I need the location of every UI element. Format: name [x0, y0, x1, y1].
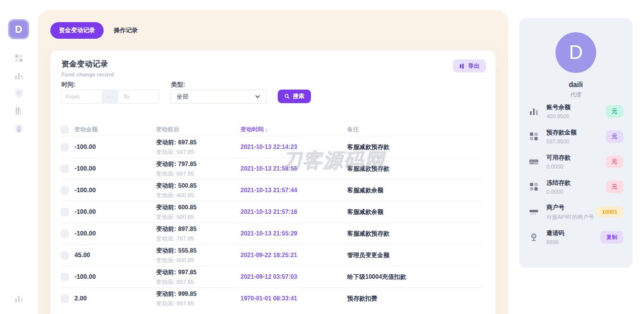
- profile-panel: D daili 代理 账号余额 400.8500 元 预存款金额 597.850…: [519, 18, 632, 268]
- date-from-input[interactable]: [60, 90, 102, 104]
- after-value: 897.85: [177, 279, 194, 285]
- cell-change-time: 1970-01-01 08:33:41: [240, 295, 347, 302]
- stat-value: 597.8500: [546, 138, 577, 144]
- row-checkbox[interactable]: [60, 208, 69, 216]
- stat-badge: 元: [606, 105, 623, 118]
- before-prefix: 变动前:: [156, 247, 176, 254]
- sidebar-nav: [0, 53, 38, 134]
- shield-user-icon[interactable]: [14, 123, 24, 134]
- bar-chart-icon: [528, 106, 539, 117]
- row-checkbox[interactable]: [60, 186, 69, 195]
- stat-badge[interactable]: 复制: [600, 231, 623, 244]
- date-range-separator: ···: [102, 90, 118, 104]
- header-change-time-sort[interactable]: 变动时间↓: [240, 126, 347, 133]
- grid-icon[interactable]: [14, 53, 24, 63]
- cell-change-time: 2021-10-13 21:58:56: [240, 165, 347, 172]
- before-value: 600.85: [178, 204, 197, 211]
- avatar-letter: D: [569, 42, 583, 63]
- search-button[interactable]: 搜索: [278, 90, 311, 103]
- sidebar-bottom: [0, 293, 38, 304]
- search-icon: [284, 94, 290, 99]
- export-button[interactable]: 导出: [453, 59, 486, 72]
- tab-bar: 资金变动记录 操作记录: [50, 22, 138, 39]
- cell-amount: -100.00: [74, 208, 156, 215]
- credit-card-icon: [528, 156, 539, 167]
- table-row: 45.00 变动前:555.85 变动后:600.85 2021-09-22 1…: [60, 244, 483, 266]
- cell-before-after: 变动前:997.85 变动后:897.85: [156, 268, 240, 286]
- cell-amount: 2.00: [74, 295, 156, 302]
- app-logo-letter: D: [15, 24, 22, 35]
- row-checkbox[interactable]: [60, 251, 69, 260]
- before-prefix: 变动前:: [156, 204, 176, 211]
- after-prefix: 变动后:: [156, 279, 175, 285]
- before-prefix: 变动前:: [156, 139, 176, 146]
- after-value: 400.85: [177, 192, 194, 198]
- row-checkbox[interactable]: [60, 143, 69, 151]
- after-prefix: 变动后:: [156, 236, 175, 242]
- cell-change-time: 2021-10-13 22:14:23: [240, 143, 347, 150]
- before-value: 997.85: [178, 269, 197, 276]
- time-filter-label: 时间:: [61, 81, 75, 89]
- after-prefix: 变动后:: [156, 214, 175, 220]
- bar-chart-icon[interactable]: [14, 70, 24, 81]
- tab-operation-record[interactable]: 操作记录: [114, 26, 138, 35]
- after-prefix: 变动后:: [156, 192, 175, 198]
- shield-check-icon[interactable]: [14, 88, 24, 99]
- date-to-input[interactable]: [118, 90, 159, 104]
- date-range-group: ···: [60, 90, 159, 104]
- before-value: 555.85: [178, 247, 197, 254]
- left-sidebar: D: [0, 0, 38, 314]
- tab-fund-change-record[interactable]: 资金变动记录: [50, 22, 104, 39]
- before-value: 797.85: [178, 161, 197, 168]
- stat-label: 可用存款: [546, 153, 571, 162]
- server-icon: [528, 206, 539, 217]
- search-label: 搜索: [293, 93, 304, 100]
- row-checkbox[interactable]: [60, 294, 69, 303]
- mic-icon: [528, 231, 539, 243]
- after-value: 997.85: [177, 300, 194, 306]
- row-checkbox[interactable]: [60, 165, 69, 173]
- stat-value: 8888: [546, 239, 565, 245]
- header-amount: 变动金额: [74, 126, 156, 133]
- after-prefix: 变动后:: [156, 257, 175, 263]
- stat-badge: 元: [606, 130, 623, 143]
- stat-value: 0.0000: [546, 189, 571, 195]
- stat-label: 商户号: [546, 203, 594, 212]
- before-prefix: 变动前:: [156, 182, 176, 189]
- type-select[interactable]: 全部: [170, 90, 267, 104]
- stat-label: 邀请码: [546, 229, 565, 238]
- profile-stats: 账号余额 400.8500 元 预存款金额 597.8500 元 可用存款 0.…: [519, 99, 632, 250]
- before-prefix: 变动前:: [156, 161, 176, 168]
- page-subtitle: Fund change record: [61, 71, 114, 77]
- cell-amount: -100.00: [74, 143, 156, 150]
- table-header-row: 变动金额 变动前后 变动时间↓ 备注: [60, 123, 483, 136]
- bar-chart-icon[interactable]: [14, 293, 24, 304]
- cell-change-time: 2021-09-22 18:25:21: [240, 252, 347, 259]
- stat-value: 400.8500: [546, 113, 571, 119]
- profile-stat-row: 邀请码 8888 复制: [519, 224, 632, 250]
- cell-change-time: 2021-10-13 21:57:44: [240, 187, 347, 194]
- type-filter-label: 类型:: [171, 81, 185, 89]
- table-row: -100.00 变动前:500.85 变动后:400.85 2021-10-13…: [60, 179, 483, 201]
- row-checkbox[interactable]: [60, 229, 69, 238]
- table-row: 2.00 变动前:999.85 变动后:997.85 1970-01-01 08…: [60, 287, 483, 309]
- export-icon: [459, 63, 465, 69]
- profile-stat-row: 可用存款 0.0000 元: [519, 149, 632, 174]
- select-all-checkbox[interactable]: [60, 125, 69, 134]
- cell-before-after: 变动前:555.85 变动后:600.85: [156, 247, 240, 264]
- header-change-time-label: 变动时间: [240, 126, 264, 132]
- table-body: -100.00 变动前:697.85 变动后:597.85 2021-10-13…: [60, 136, 483, 309]
- table-row: -100.00 变动前:600.85 变动后:500.85 2021-10-13…: [60, 201, 483, 222]
- cell-amount: -100.00: [74, 273, 156, 280]
- stat-value: 0.0000: [546, 164, 571, 170]
- export-label: 导出: [468, 62, 479, 70]
- after-value: 597.85: [177, 149, 194, 155]
- app-logo[interactable]: D: [8, 19, 29, 39]
- cell-remark: 预存款扣费: [347, 294, 483, 303]
- library-icon[interactable]: [14, 106, 24, 116]
- row-checkbox[interactable]: [60, 273, 69, 281]
- stat-badge: 元: [606, 155, 623, 168]
- cell-amount: -100.00: [74, 187, 156, 194]
- type-select-value: 全部: [177, 93, 189, 101]
- after-value: 797.85: [177, 236, 194, 242]
